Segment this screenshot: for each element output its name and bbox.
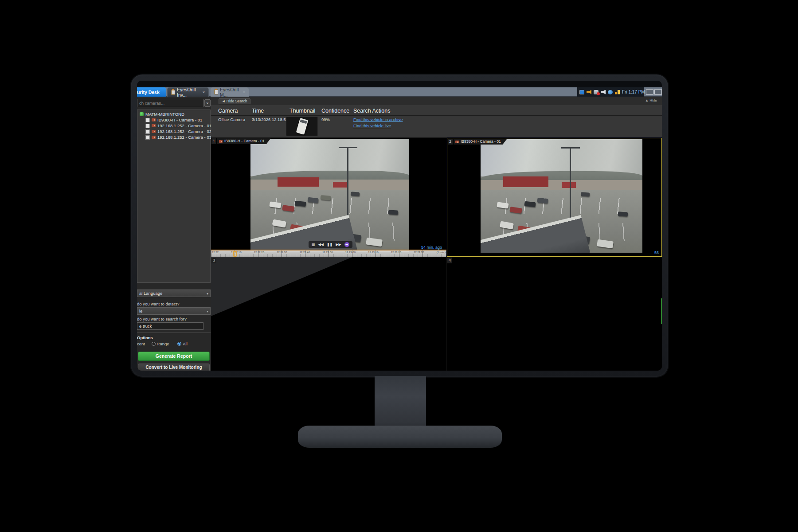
all-radio[interactable]: All [177,341,188,346]
camera-icon [152,118,156,121]
window-button-2[interactable] [654,89,662,95]
playback-age-label: 54 min. ago [421,245,442,250]
screen-glare [211,257,352,316]
range-radio[interactable]: Range [152,341,169,346]
fast-forward-icon[interactable]: ▶▶ [336,243,341,246]
divider [137,332,211,333]
camera-tile-4-empty[interactable]: 4 [447,257,662,371]
sidebar: × MATM-MBRINTOND IB9380-H - Camera - 01 … [137,97,211,371]
tree-server-row[interactable]: MATM-MBRINTOND [137,111,210,117]
search-query-input[interactable] [137,322,203,330]
camera-tile-2-selected[interactable]: 2 IB9380-H - Camera - 01 [447,138,662,257]
globe-icon[interactable] [608,90,613,94]
tab-eyesonit-monitoring[interactable]: EyesOnIt M... × [211,87,249,97]
close-icon[interactable]: × [203,90,205,94]
screen-share-icon[interactable] [579,90,584,94]
clipboard-icon [214,90,218,94]
video-frame [250,139,409,252]
convert-to-live-button[interactable]: Convert to Live Monitoring [138,364,210,371]
tab-label: EyesOnIt M... [220,87,240,98]
timeline[interactable]: 12:22 12:22:10 12:22:20 12:22:30 12:22:4… [211,250,446,257]
timeline-cursor[interactable] [233,251,237,257]
red-awning [333,182,347,188]
tree-camera-row[interactable]: 192.168.1.252 - Camera - 01 [137,123,210,129]
parked-car [388,210,399,215]
tree-camera-row[interactable]: 192.168.1.252 - Camera - 03 [137,134,210,140]
timeline-label: 12:23:20 [391,251,401,254]
tree-camera-row[interactable]: 192.168.1.252 - Camera - 02 [137,129,210,134]
camera-checkbox[interactable] [145,124,150,128]
clear-search-button[interactable]: × [204,99,211,107]
timeline-label: (1 min.) [437,251,446,254]
divider [211,115,662,116]
red-awning [562,182,576,188]
parked-car [618,211,628,217]
timeline-label: 12:23:10 [368,251,378,254]
video-frame [481,139,642,253]
timeline-label: 12:22 [212,251,219,254]
jump-live-icon[interactable]: ➜ [344,242,349,247]
tab-label: urity Desk [137,90,160,95]
recent-label: cent [137,341,145,346]
options-title: Options [137,335,153,340]
report-options-row: cent Range All [137,341,188,346]
language-value: al Language [139,291,162,296]
timeline-label: 12:22:40 [300,251,310,254]
camera-icon [152,130,156,133]
tile-counter-badge: 56 [654,250,659,255]
tile-number: 1 [211,138,216,144]
window-button-1[interactable] [646,89,653,95]
camera-checkbox[interactable] [145,135,150,140]
chevron-down-icon: ▾ [207,308,208,315]
detect-value: le [139,309,142,313]
server-icon [140,112,144,116]
tile-title: IB9380-H - Camera - 01 [461,139,501,145]
tab-security-desk[interactable]: urity Desk [137,87,166,97]
red-awning [503,176,548,187]
camera-icon [152,124,156,127]
megaphone-icon[interactable] [587,90,591,94]
vehicle-thumbnail[interactable] [286,117,318,136]
tab-label: EyesOnIt Inv... [177,87,200,98]
screen-artifact [661,298,662,324]
tab-eyesonit-investigation[interactable]: EyesOnIt Inv... × [167,87,209,97]
camera-tree: MATM-MBRINTOND IB9380-H - Camera - 01 19… [137,110,211,283]
camera-checkbox[interactable] [145,118,150,122]
hide-search-button[interactable]: ◄ Hide Search [219,98,250,104]
search-cameras-input[interactable] [137,99,204,107]
bar-chart-icon[interactable] [615,90,620,94]
rewind-icon[interactable]: ◀◀ [318,243,324,246]
tile-grid: 1 IB9380-H - Camera - 01 [211,138,662,371]
radio-selected-icon [177,342,181,346]
hide-panel-toggle[interactable]: ▲ Hide [645,98,657,102]
clock: Fri 1:17 PM [622,90,645,94]
red-awning [278,177,319,186]
monitor-stand-neck [375,376,426,433]
find-vehicle-live-link[interactable]: Find this vehicle live [353,123,391,128]
database-alert-icon[interactable] [594,90,598,94]
parked-car [350,192,360,196]
camera-checkbox[interactable] [145,129,150,134]
detect-dropdown[interactable]: le ▾ [137,307,211,315]
close-icon[interactable]: × [243,90,245,94]
chevron-down-icon: ▾ [207,290,208,297]
timeline-label: 12:22:30 [277,251,287,254]
pause-icon[interactable]: ❚❚ [327,243,332,246]
tile-title-bar: IB9380-H - Camera - 01 [217,138,271,144]
speaker-icon[interactable] [601,90,606,94]
camera-tile-1[interactable]: 1 IB9380-H - Camera - 01 [211,138,447,257]
tile-pattern-icon[interactable]: ▦ [312,243,315,246]
tree-camera-row[interactable]: IB9380-H - Camera - 01 [137,117,210,123]
timeline-label: 12:23:30 [414,251,424,254]
camera-tile-3-empty[interactable]: 3 [211,257,447,371]
tile-title-bar: IB9380-H - Camera - 01 [454,139,507,145]
find-vehicle-archive-link[interactable]: Find this vehicle in archive [353,117,403,122]
playback-controls: ▦ ◀◀ ❚❚ ▶▶ ➜ [309,241,352,248]
search-question-label: do you want to search for? [137,317,187,321]
camera-icon [219,140,223,143]
camera-name: 192.168.1.252 - Camera - 01 [157,123,211,128]
generate-report-button[interactable]: Generate Report [138,352,210,361]
radio-icon [152,342,156,346]
language-dropdown[interactable]: al Language ▾ [137,289,211,297]
column-header-confidence: Confidence [321,108,349,114]
